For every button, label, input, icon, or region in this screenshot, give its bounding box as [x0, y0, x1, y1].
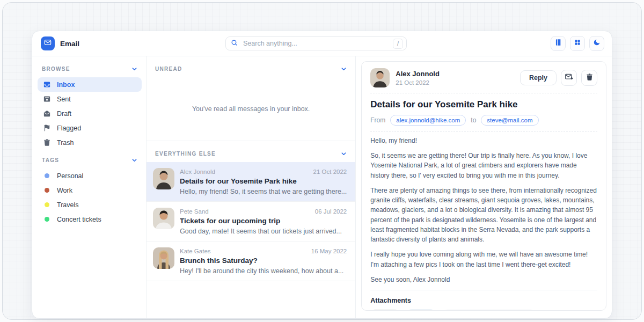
topbar-actions: [551, 36, 605, 51]
sidebar-item-inbox[interactable]: Inbox: [38, 77, 142, 92]
body-paragraph: See you soon, Alex Jonnold: [370, 275, 597, 284]
tag-items: PersonalWorkTravelsConcert tickets: [38, 169, 142, 226]
tag-color-dot: [45, 173, 49, 178]
email-item-body: Pete Sand06 Jul 2022Tickets for our upco…: [180, 208, 347, 235]
chevron-down-icon[interactable]: [341, 151, 347, 157]
chevron-down-icon[interactable]: [131, 66, 137, 72]
sidebar-item-label: Inbox: [57, 81, 75, 89]
search-bar[interactable]: /: [225, 36, 407, 50]
sidebar-item-trash[interactable]: Trash: [38, 135, 142, 150]
email-subject: Details for our Yosemite Park hike: [180, 177, 347, 185]
mail-plus-icon: [565, 72, 573, 83]
app-logo: [41, 36, 55, 50]
sidebar-item-flagged[interactable]: Flagged: [38, 121, 142, 135]
delete-email-button[interactable]: [581, 70, 597, 86]
sidebar-item-sent[interactable]: Sent: [38, 92, 142, 106]
tag-label: Travels: [57, 201, 79, 209]
avatar: [153, 208, 174, 229]
body-paragraph: Hello, my friend!: [370, 136, 597, 145]
sidebar-item-label: Draft: [57, 110, 71, 118]
email-subject: Brunch this Saturday?: [180, 257, 347, 265]
unread-empty-message: You've read all messages in your inbox.: [147, 77, 355, 141]
trash-icon: [43, 138, 51, 147]
sender-avatar: [370, 68, 390, 87]
app-title: Email: [60, 40, 79, 48]
grid-icon: [574, 39, 581, 48]
book-icon: [554, 39, 562, 48]
browse-label: BROWSE: [42, 66, 70, 72]
unread-section-header: UNREAD: [147, 56, 355, 77]
email-subject: Tickets for our upcoming trip: [180, 217, 347, 225]
tags-section-header: TAGS: [38, 150, 142, 169]
tags-label: TAGS: [42, 157, 59, 163]
notebook-button[interactable]: [551, 36, 566, 51]
email-date: 06 Jul 2022: [315, 208, 347, 215]
brand: Email: [39, 36, 79, 50]
sidebar: BROWSE InboxSentDraftFlaggedTrash TAGS P…: [32, 56, 147, 318]
email-sender: Pete Sand: [180, 208, 209, 215]
tag-item-personal[interactable]: Personal: [38, 169, 142, 183]
photo-attachment-1[interactable]: [370, 310, 400, 311]
email-date: 16 May 2022: [311, 248, 347, 254]
avatar: [153, 168, 174, 189]
tag-item-concert-tickets[interactable]: Concert tickets: [38, 212, 142, 226]
reply-button[interactable]: Reply: [520, 70, 557, 85]
email-list-column: UNREAD You've read all messages in your …: [147, 56, 356, 318]
from-label: From: [370, 116, 385, 124]
email-date: 21 Oct 2022: [313, 169, 347, 175]
detail-header: Alex Jonnold 21 Oct 2022 Reply: [370, 67, 597, 89]
body-paragraph: I really hope you love coming along with…: [370, 250, 597, 269]
tag-item-travels[interactable]: Travels: [38, 197, 142, 212]
detail-actions: Reply: [520, 70, 597, 86]
dark-mode-button[interactable]: [589, 36, 604, 51]
everything-else-label: EVERYTHING ELSE: [155, 151, 216, 157]
main-area: BROWSE InboxSentDraftFlaggedTrash TAGS P…: [32, 56, 612, 318]
email-sender: Alex Jonnold: [180, 169, 215, 175]
search-shortcut-badge: /: [393, 39, 403, 49]
tag-item-work[interactable]: Work: [38, 183, 142, 197]
desktop-background: Email / BROWSE InboxSentDraftFlaggedTras…: [0, 0, 644, 322]
email-list-item[interactable]: Kate Gates16 May 2022Brunch this Saturda…: [147, 241, 355, 281]
sidebar-item-draft[interactable]: Draft: [38, 106, 142, 121]
browse-section-header: BROWSE: [38, 58, 142, 77]
email-snippet: Good day, mate! It seems that our ticket…: [180, 228, 347, 235]
attachments-label: Attachments: [370, 297, 597, 304]
detail-date: 21 Oct 2022: [396, 79, 440, 86]
zip-attachment-card[interactable]: videos-hike.zip 100 MB: [442, 310, 536, 311]
chevron-down-icon[interactable]: [341, 66, 347, 72]
from-email-chip[interactable]: alex.jonnold@hike.com: [390, 115, 466, 126]
to-email-chip[interactable]: steve@mail.com: [481, 115, 538, 126]
email-item-body: Kate Gates16 May 2022Brunch this Saturda…: [180, 247, 347, 275]
folder-icon-wrap: [443, 310, 473, 311]
reading-pane: Alex Jonnold 21 Oct 2022 Reply: [356, 56, 612, 318]
divider: [370, 131, 597, 131]
apps-button[interactable]: [570, 36, 585, 51]
body-paragraph: There are plenty of amazing things to se…: [370, 186, 597, 244]
everything-else-section-header: EVERYTHING ELSE: [147, 141, 355, 162]
sidebar-item-label: Sent: [57, 96, 71, 103]
email-body: Hello, my friend!So, it seems we are get…: [370, 136, 597, 284]
forward-mail-button[interactable]: [561, 70, 577, 86]
divider: [370, 93, 597, 93]
mail-logo-icon: [43, 38, 52, 49]
sidebar-item-label: Trash: [57, 139, 74, 147]
chevron-down-icon[interactable]: [131, 157, 137, 163]
divider: [370, 290, 597, 290]
unread-label: UNREAD: [155, 66, 182, 72]
tag-color-dot: [45, 188, 49, 193]
photo-attachment-2[interactable]: [406, 310, 436, 311]
email-subject-title: Details for our Yosemite Park hike: [370, 99, 597, 110]
attachments-row: videos-hike.zip 100 MB: [370, 310, 597, 311]
trash-icon: [586, 73, 594, 83]
detail-sender-name: Alex Jonnold: [396, 70, 440, 78]
search-input[interactable]: [242, 39, 389, 48]
email-items: Alex Jonnold21 Oct 2022Details for our Y…: [147, 162, 355, 281]
tag-label: Personal: [57, 172, 83, 180]
email-list-item[interactable]: Alex Jonnold21 Oct 2022Details for our Y…: [147, 162, 355, 202]
sent-icon: [43, 95, 51, 103]
tag-label: Work: [57, 187, 72, 194]
draft-icon: [43, 109, 51, 118]
email-item-body: Alex Jonnold21 Oct 2022Details for our Y…: [180, 168, 347, 195]
email-sender: Kate Gates: [180, 248, 211, 254]
email-list-item[interactable]: Pete Sand06 Jul 2022Tickets for our upco…: [147, 202, 355, 241]
